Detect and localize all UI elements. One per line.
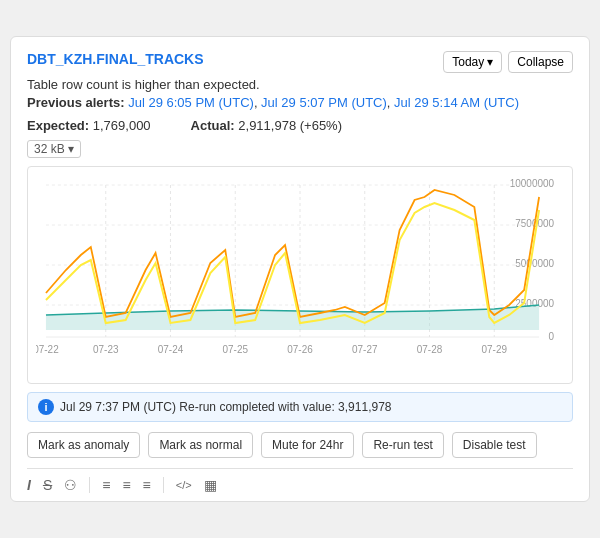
svg-text:07-22: 07-22 xyxy=(36,344,59,355)
toolbar-separator-1 xyxy=(89,477,90,493)
svg-text:07-29: 07-29 xyxy=(482,344,508,355)
expected-metric: Expected: 1,769,000 xyxy=(27,118,151,133)
disable-button[interactable]: Disable test xyxy=(452,432,537,458)
actions-row: Mark as anomaly Mark as normal Mute for … xyxy=(27,432,573,458)
svg-text:5000000: 5000000 xyxy=(515,258,554,269)
svg-text:07-26: 07-26 xyxy=(287,344,313,355)
editor-toolbar: I S ⚇ ≡ ≡ ≡ </> ▦ xyxy=(27,468,573,501)
mute-button[interactable]: Mute for 24hr xyxy=(261,432,354,458)
ol-icon[interactable]: ≡ xyxy=(102,477,110,493)
header-controls: Today ▾ Collapse xyxy=(443,51,573,73)
prev-alerts: Previous alerts: Jul 29 6:05 PM (UTC), J… xyxy=(27,95,573,110)
chevron-down-icon: ▾ xyxy=(68,142,74,156)
svg-text:07-28: 07-28 xyxy=(417,344,443,355)
size-badge[interactable]: 32 kB ▾ xyxy=(27,140,81,158)
svg-text:07-25: 07-25 xyxy=(223,344,249,355)
prev-alert-link-2[interactable]: Jul 29 5:07 PM (UTC) xyxy=(261,95,387,110)
code-icon[interactable]: </> xyxy=(176,479,192,491)
prev-alert-link-1[interactable]: Jul 29 6:05 PM (UTC) xyxy=(128,95,254,110)
toolbar-separator-2 xyxy=(163,477,164,493)
ul-icon[interactable]: ≡ xyxy=(122,477,130,493)
strikethrough-icon[interactable]: S xyxy=(43,477,52,493)
prev-alerts-label: Previous alerts: xyxy=(27,95,125,110)
svg-text:0: 0 xyxy=(549,331,555,342)
metrics-row: Expected: 1,769,000 Actual: 2,911,978 (+… xyxy=(27,118,573,133)
mark-normal-button[interactable]: Mark as normal xyxy=(148,432,253,458)
indent-icon[interactable]: ≡ xyxy=(143,477,151,493)
trend-chart: 10000000 7500000 5000000 2500000 0 xyxy=(36,175,564,375)
alert-card: DBT_KZH.FINAL_TRACKS Today ▾ Collapse Ta… xyxy=(10,36,590,502)
italic-icon[interactable]: I xyxy=(27,477,31,493)
table-icon[interactable]: ▦ xyxy=(204,477,217,493)
svg-text:07-23: 07-23 xyxy=(93,344,119,355)
collapse-button[interactable]: Collapse xyxy=(508,51,573,73)
mark-anomaly-button[interactable]: Mark as anomaly xyxy=(27,432,140,458)
description-text: Table row count is higher than expected. xyxy=(27,77,573,92)
info-icon: i xyxy=(38,399,54,415)
chart-container: 10000000 7500000 5000000 2500000 0 xyxy=(27,166,573,384)
info-row: i Jul 29 7:37 PM (UTC) Re-run completed … xyxy=(27,392,573,422)
info-text: Jul 29 7:37 PM (UTC) Re-run completed wi… xyxy=(60,400,392,414)
header-row: DBT_KZH.FINAL_TRACKS Today ▾ Collapse xyxy=(27,51,573,73)
actual-metric: Actual: 2,911,978 (+65%) xyxy=(191,118,342,133)
svg-text:07-24: 07-24 xyxy=(158,344,184,355)
svg-text:10000000: 10000000 xyxy=(510,178,555,189)
alert-title: DBT_KZH.FINAL_TRACKS xyxy=(27,51,204,67)
rerun-button[interactable]: Re-run test xyxy=(362,432,443,458)
link-icon[interactable]: ⚇ xyxy=(64,477,77,493)
today-button[interactable]: Today ▾ xyxy=(443,51,502,73)
prev-alert-link-3[interactable]: Jul 29 5:14 AM (UTC) xyxy=(394,95,519,110)
svg-text:07-27: 07-27 xyxy=(352,344,378,355)
